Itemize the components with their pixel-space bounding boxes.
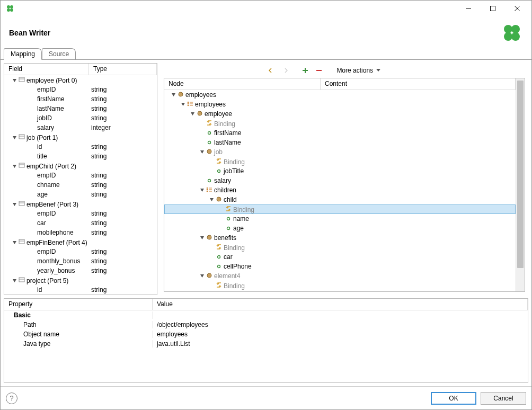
node-row[interactable]: firstName <box>164 128 516 138</box>
field-row[interactable]: salaryinteger <box>4 123 157 132</box>
node-row[interactable]: element4 <box>164 271 516 281</box>
expander-icon[interactable] <box>11 240 18 245</box>
expander-icon[interactable] <box>11 202 18 207</box>
field-row[interactable]: yearly_bonusstring <box>4 266 157 275</box>
tab-mapping[interactable]: Mapping <box>4 48 42 60</box>
field-row[interactable]: titlestring <box>4 151 157 161</box>
expander-icon[interactable] <box>198 149 206 154</box>
field-row[interactable]: mobilephonestring <box>4 228 157 237</box>
property-row[interactable]: Path/object/employees <box>4 320 528 329</box>
help-button[interactable]: ? <box>6 393 17 404</box>
maximize-button[interactable] <box>481 1 505 16</box>
property-row[interactable]: Java typejava.util.List <box>4 339 528 349</box>
node-row[interactable]: employee <box>164 109 516 119</box>
field-row[interactable]: empIDstring <box>4 209 157 218</box>
properties-body[interactable]: BasicPath/object/employeesObject nameemp… <box>4 310 528 382</box>
field-row[interactable]: empFinBenef (Port 4) <box>4 237 157 247</box>
expander-icon[interactable] <box>11 135 18 140</box>
fields-header-type[interactable]: Type <box>89 64 157 75</box>
field-label: empID <box>37 86 56 93</box>
svg-point-41 <box>207 189 208 191</box>
expander-icon[interactable] <box>11 164 18 168</box>
field-row[interactable]: project (Port 5) <box>4 275 157 285</box>
nodes-tree[interactable]: employeesemployeesemployeeBindingfirstNa… <box>164 90 516 291</box>
field-row[interactable]: employee (Port 0) <box>4 75 157 85</box>
nodes-headers: Node Content <box>164 78 516 90</box>
field-row[interactable]: monthly_bonusstring <box>4 256 157 266</box>
expander-icon[interactable] <box>11 78 18 83</box>
field-row[interactable]: jobIDstring <box>4 113 157 123</box>
field-row[interactable]: empIDstring <box>4 247 157 256</box>
expander-icon[interactable] <box>11 278 18 283</box>
node-row[interactable]: lastName <box>164 138 516 147</box>
node-row[interactable]: cellPhone <box>164 262 516 271</box>
property-row[interactable]: Object nameemployees <box>4 329 528 339</box>
field-row[interactable]: empChild (Port 2) <box>4 161 157 171</box>
ok-button[interactable]: OK <box>431 392 476 405</box>
property-value[interactable]: /object/employees <box>153 321 528 328</box>
expander-icon[interactable] <box>179 102 187 106</box>
properties-header-property[interactable]: Property <box>4 299 153 310</box>
tabbar: Mapping Source <box>1 47 531 60</box>
node-row[interactable]: Binding <box>164 157 516 166</box>
nodes-header-content[interactable]: Content <box>321 78 516 90</box>
expander-icon[interactable] <box>189 111 196 116</box>
node-row[interactable]: employees <box>164 90 516 100</box>
node-row[interactable]: Binding <box>164 204 516 214</box>
field-row[interactable]: chnamestring <box>4 180 157 190</box>
field-row[interactable]: job (Port 1) <box>4 132 157 142</box>
properties-header-value[interactable]: Value <box>153 299 528 310</box>
fields-tree[interactable]: employee (Port 0)empIDstringfirstNamestr… <box>4 75 157 295</box>
fields-header-field[interactable]: Field <box>4 64 89 75</box>
app-icon <box>6 4 14 13</box>
field-row[interactable]: empBenef (Port 3) <box>4 199 157 209</box>
cancel-button[interactable]: Cancel <box>481 392 526 405</box>
remove-button[interactable] <box>313 65 325 76</box>
minimize-button[interactable] <box>456 1 481 16</box>
nodes-panel: More actions Node Content employeesemplo… <box>161 63 528 295</box>
nodes-header-node[interactable]: Node <box>164 78 321 90</box>
node-row[interactable]: age <box>164 224 516 233</box>
expander-icon[interactable] <box>198 273 206 278</box>
tab-source[interactable]: Source <box>42 48 76 59</box>
property-value[interactable]: employees <box>153 331 528 338</box>
undo-button[interactable] <box>265 65 277 76</box>
node-row[interactable]: name <box>164 214 516 224</box>
close-button[interactable] <box>505 1 529 16</box>
node-row[interactable]: Binding <box>164 243 516 252</box>
field-row[interactable]: agestring <box>4 190 157 199</box>
more-actions-dropdown[interactable]: More actions <box>333 65 384 76</box>
node-row[interactable]: car <box>164 252 516 262</box>
expander-icon[interactable] <box>170 92 177 97</box>
field-type: string <box>89 286 157 293</box>
node-row[interactable]: benefits <box>164 233 516 243</box>
node-row[interactable]: Binding <box>164 281 516 290</box>
node-row[interactable]: employees <box>164 100 516 109</box>
svg-point-39 <box>208 180 211 182</box>
field-row[interactable]: idstring <box>4 142 157 151</box>
fields-headers: Field Type <box>4 64 157 75</box>
node-row[interactable]: jobTitle <box>164 166 516 176</box>
node-row[interactable]: salary <box>164 176 516 185</box>
svg-point-51 <box>218 265 220 268</box>
expander-icon[interactable] <box>198 188 206 192</box>
expander-icon[interactable] <box>208 197 215 202</box>
node-row[interactable]: child <box>164 195 516 204</box>
svg-rect-20 <box>19 239 24 244</box>
field-row[interactable]: carstring <box>4 218 157 228</box>
node-row[interactable]: Binding <box>164 119 516 128</box>
redo-button[interactable] <box>279 65 291 76</box>
nodes-scrollbar[interactable] <box>516 78 525 291</box>
field-label: title <box>37 153 47 160</box>
field-row[interactable]: empIDstring <box>4 171 157 180</box>
node-row[interactable]: job <box>164 147 516 157</box>
expander-icon[interactable] <box>198 235 206 240</box>
node-row[interactable]: children <box>164 185 516 195</box>
property-value[interactable]: java.util.List <box>153 340 528 347</box>
field-row[interactable]: firstNamestring <box>4 94 157 104</box>
field-row[interactable]: idstring <box>4 285 157 295</box>
field-row[interactable]: empIDstring <box>4 85 157 94</box>
field-row[interactable]: lastNamestring <box>4 104 157 113</box>
add-button[interactable] <box>299 65 311 76</box>
node-row[interactable]: monthlyBonus <box>164 290 516 291</box>
